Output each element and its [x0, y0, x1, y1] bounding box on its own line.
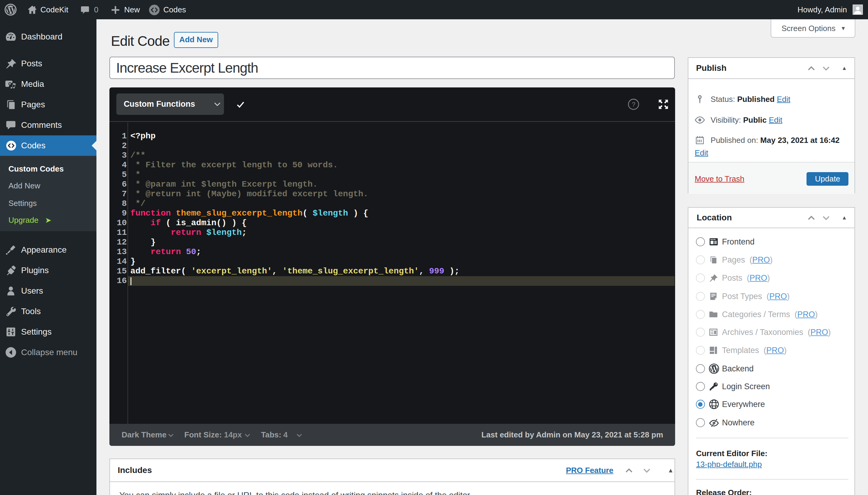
svg-text:?: ? — [632, 101, 635, 108]
